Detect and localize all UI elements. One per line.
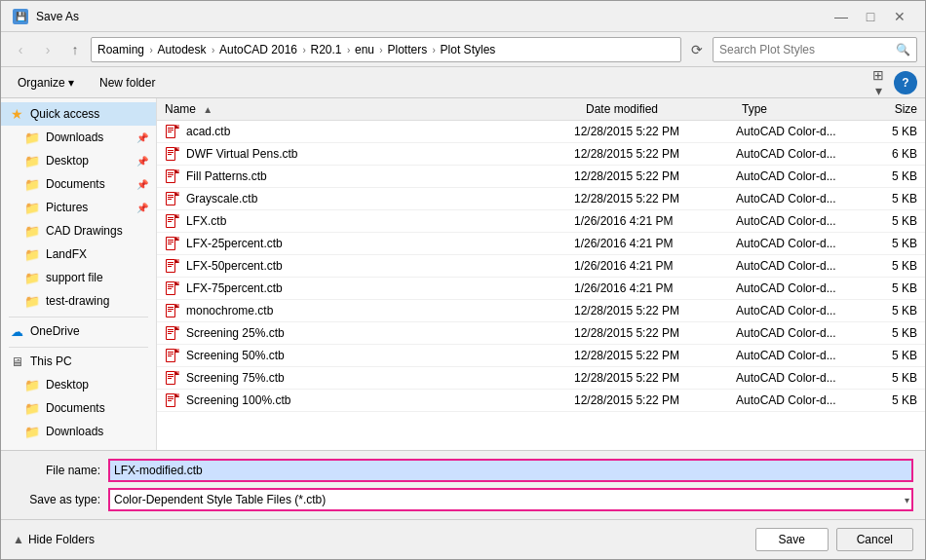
title-bar: 💾 Save As — □ ✕	[1, 1, 925, 32]
sidebar-item-test-drawing[interactable]: 📁 test-drawing	[17, 289, 156, 313]
up-button[interactable]: ↑	[63, 38, 87, 61]
back-button[interactable]: ‹	[9, 38, 32, 61]
hide-folders-button[interactable]: ▲ Hide Folders	[13, 533, 95, 546]
sidebar-label-downloads: Downloads	[46, 131, 103, 144]
column-type[interactable]: Type	[742, 102, 859, 116]
breadcrumb-sep5: ›	[379, 45, 385, 56]
file-name: Fill Patterns.ctb	[186, 169, 568, 183]
file-type: AutoCAD Color-d...	[736, 371, 853, 385]
file-date: 12/28/2015 5:22 PM	[574, 125, 730, 138]
file-type: AutoCAD Color-d...	[736, 281, 853, 295]
file-date: 12/28/2015 5:22 PM	[574, 147, 730, 161]
svg-rect-45	[168, 286, 174, 287]
forward-button[interactable]: ›	[36, 38, 59, 61]
table-row[interactable]: Fill Patterns.ctb 12/28/2015 5:22 PM Aut…	[157, 166, 925, 188]
file-list: Name ▲ Date modified Type Size	[157, 98, 925, 450]
file-icon	[165, 370, 180, 386]
sidebar-item-pc-downloads[interactable]: 📁 Downloads	[17, 420, 156, 443]
new-folder-button[interactable]: New folder	[91, 73, 164, 93]
svg-rect-4	[168, 131, 172, 132]
svg-rect-52	[168, 311, 172, 312]
hide-folders-icon: ▲	[13, 533, 24, 546]
close-button[interactable]: ✕	[886, 7, 913, 26]
table-row[interactable]: LFX-50percent.ctb 1/26/2016 4:21 PM Auto…	[157, 255, 925, 278]
sidebar-item-thispc[interactable]: 🖥 This PC	[1, 350, 156, 373]
svg-rect-70	[168, 378, 172, 379]
search-input[interactable]	[719, 43, 896, 56]
file-type: AutoCAD Color-d...	[736, 349, 853, 362]
file-date: 12/28/2015 5:22 PM	[574, 371, 730, 385]
table-row[interactable]: acad.ctb 12/28/2015 5:22 PM AutoCAD Colo…	[157, 121, 925, 143]
folder-icon: 📁	[24, 176, 40, 192]
table-row[interactable]: LFX-25percent.ctb 1/26/2016 4:21 PM Auto…	[157, 233, 925, 255]
filename-label: File name:	[13, 464, 100, 477]
file-date: 1/26/2016 4:21 PM	[574, 259, 730, 273]
table-row[interactable]: Screening 25%.ctb 12/28/2015 5:22 PM Aut…	[157, 322, 925, 345]
table-row[interactable]: Screening 50%.ctb 12/28/2015 5:22 PM Aut…	[157, 345, 925, 367]
breadcrumb[interactable]: Roaming › Autodesk › AutoCAD 2016 › R20.…	[91, 37, 681, 62]
table-row[interactable]: monochrome.ctb 12/28/2015 5:22 PM AutoCA…	[157, 300, 925, 322]
sidebar-item-pc-documents[interactable]: 📁 Documents	[17, 396, 156, 420]
save-button[interactable]: Save	[755, 528, 829, 551]
view-options-button[interactable]: ⊞ ▾	[867, 71, 890, 94]
table-row[interactable]: Screening 100%.ctb 12/28/2015 5:22 PM Au…	[157, 390, 925, 412]
svg-rect-58	[168, 333, 172, 334]
sidebar-item-downloads[interactable]: 📁 Downloads 📌	[17, 126, 156, 149]
table-row[interactable]: Grayscale.ctb 12/28/2015 5:22 PM AutoCAD…	[157, 188, 925, 210]
title-bar-left: 💾 Save As	[13, 9, 79, 24]
file-icon	[165, 213, 180, 229]
file-size: 5 KB	[859, 169, 917, 183]
svg-rect-68	[168, 374, 174, 375]
sidebar-item-quickaccess[interactable]: ★ Quick access	[1, 102, 156, 126]
table-row[interactable]: LFX-75percent.ctb 1/26/2016 4:21 PM Auto…	[157, 278, 925, 300]
folder-icon: 📁	[24, 153, 40, 168]
svg-rect-46	[168, 288, 172, 289]
svg-rect-22	[168, 199, 172, 200]
sidebar-item-cad-drawings[interactable]: 📁 CAD Drawings	[17, 219, 156, 243]
savetype-select[interactable]: Color-Dependent Style Table Files (*.ctb…	[108, 488, 913, 511]
maximize-button[interactable]: □	[857, 7, 884, 26]
sidebar-item-landfx[interactable]: 📁 LandFX	[17, 243, 156, 266]
sidebar-item-pc-desktop[interactable]: 📁 Desktop	[17, 373, 156, 396]
sidebar-label-pc-desktop: Desktop	[46, 378, 89, 392]
minimize-button[interactable]: —	[828, 7, 855, 26]
refresh-button[interactable]: ⟳	[685, 38, 709, 61]
sidebar-item-documents[interactable]: 📁 Documents 📌	[17, 172, 156, 196]
sidebar-item-pictures[interactable]: 📁 Pictures 📌	[17, 196, 156, 219]
svg-rect-20	[168, 195, 174, 196]
table-row[interactable]: DWF Virtual Pens.ctb 12/28/2015 5:22 PM …	[157, 143, 925, 166]
filename-input[interactable]	[108, 459, 913, 482]
svg-rect-14	[168, 172, 174, 173]
organize-button[interactable]: Organize ▾	[9, 73, 83, 93]
toolbar: Organize ▾ New folder ⊞ ▾ ?	[1, 67, 925, 98]
sort-arrow: ▲	[203, 104, 212, 115]
file-icon	[165, 168, 180, 184]
sidebar-item-desktop[interactable]: 📁 Desktop 📌	[17, 149, 156, 172]
file-name: Grayscale.ctb	[186, 192, 568, 205]
column-size[interactable]: Size	[859, 102, 917, 116]
cancel-button[interactable]: Cancel	[836, 528, 913, 551]
file-type: AutoCAD Color-d...	[736, 237, 853, 250]
help-button[interactable]: ?	[894, 71, 917, 94]
file-name: LFX-25percent.ctb	[186, 237, 568, 250]
sidebar-sub-thispc: 📁 Desktop 📁 Documents 📁 Downloads	[1, 373, 156, 443]
svg-rect-62	[168, 352, 174, 353]
column-date[interactable]: Date modified	[586, 102, 742, 116]
folder-icon: 📁	[24, 400, 40, 416]
column-name[interactable]: Name ▲	[165, 102, 586, 116]
table-row[interactable]: LFX.ctb 1/26/2016 4:21 PM AutoCAD Color-…	[157, 210, 925, 233]
title-controls: — □ ✕	[828, 7, 913, 26]
table-row[interactable]: Screening 75%.ctb 12/28/2015 5:22 PM Aut…	[157, 367, 925, 390]
file-type: AutoCAD Color-d...	[736, 259, 853, 273]
svg-rect-69	[168, 376, 174, 377]
file-size: 5 KB	[859, 237, 917, 250]
filename-row: File name:	[13, 459, 913, 482]
sidebar-section-thispc: 🖥 This PC 📁 Desktop 📁 Documents 📁 Downlo…	[1, 350, 156, 443]
breadcrumb-sep6: ›	[433, 45, 439, 56]
svg-rect-44	[168, 284, 174, 285]
sidebar-item-onedrive[interactable]: ☁ OneDrive	[1, 319, 156, 343]
folder-icon: 📁	[24, 246, 40, 262]
search-icon: 🔍	[896, 43, 910, 56]
svg-rect-64	[168, 355, 172, 356]
sidebar-item-support-file[interactable]: 📁 support file	[17, 266, 156, 289]
